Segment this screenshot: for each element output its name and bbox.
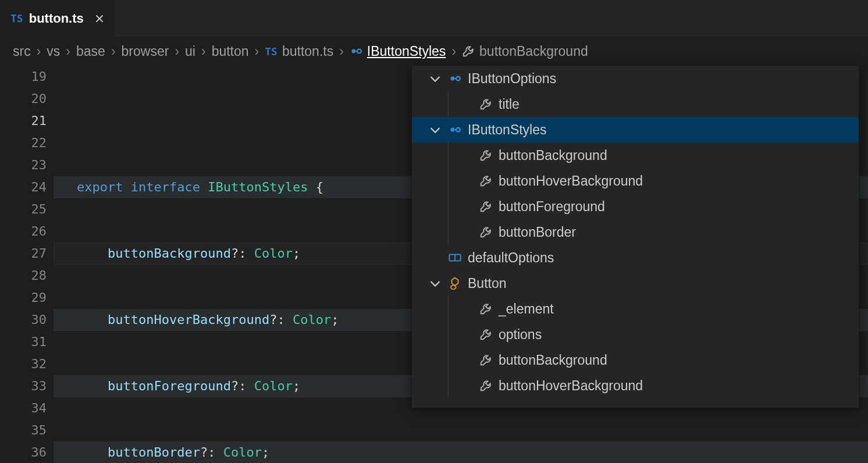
outline-item[interactable]: buttonHoverBackground bbox=[412, 168, 859, 194]
line-number: 24 bbox=[0, 176, 47, 198]
chevron-down-icon bbox=[428, 327, 442, 341]
wrench-icon bbox=[479, 379, 493, 392]
chevron-down-icon bbox=[428, 200, 442, 213]
chevron-right-icon: › bbox=[37, 44, 41, 59]
outline-item-label: buttonForeground bbox=[499, 199, 605, 215]
outline-item[interactable]: IButtonOptions bbox=[412, 66, 859, 91]
outline-item[interactable]: title bbox=[412, 91, 859, 117]
breadcrumb-segment[interactable]: ui bbox=[185, 44, 195, 59]
breadcrumb-symbol-label: buttonBackground bbox=[479, 44, 588, 59]
line-number: 32 bbox=[0, 353, 47, 375]
line-number: 31 bbox=[0, 331, 47, 353]
close-icon[interactable] bbox=[94, 13, 105, 24]
typescript-icon: TS bbox=[265, 45, 278, 58]
outline-item-label: buttonHoverBackground bbox=[499, 378, 643, 394]
chevron-down-icon[interactable] bbox=[428, 72, 442, 86]
breadcrumb-file-label: button.ts bbox=[282, 44, 333, 59]
chevron-right-icon: › bbox=[111, 44, 116, 59]
chevron-right-icon: › bbox=[201, 44, 206, 59]
chevron-down-icon bbox=[428, 225, 442, 239]
line-number: 22 bbox=[0, 132, 47, 154]
breadcrumb-symbol[interactable]: buttonBackground bbox=[462, 44, 588, 59]
chevron-right-icon: › bbox=[339, 44, 344, 59]
line-number: 27 bbox=[0, 243, 47, 265]
wrench-icon bbox=[479, 98, 493, 111]
breadcrumb-symbol[interactable]: IButtonStyles bbox=[350, 44, 446, 59]
interface-icon bbox=[448, 72, 462, 85]
tree-guide bbox=[448, 91, 449, 117]
wrench-icon bbox=[479, 328, 493, 341]
chevron-down-icon bbox=[428, 353, 442, 367]
wrench-icon bbox=[479, 302, 493, 315]
typescript-icon: TS bbox=[10, 12, 23, 24]
tree-guide bbox=[448, 168, 449, 194]
breadcrumb-segment[interactable]: browser bbox=[122, 44, 169, 59]
breadcrumb-segment[interactable]: vs bbox=[47, 44, 60, 59]
outline-item-label: buttonBorder bbox=[499, 225, 576, 240]
chevron-down-icon bbox=[428, 302, 442, 316]
line-number: 23 bbox=[0, 154, 47, 176]
tree-guide bbox=[448, 194, 449, 219]
interface-icon bbox=[350, 45, 362, 58]
wrench-icon bbox=[479, 226, 493, 238]
outline-item[interactable]: defaultOptions bbox=[412, 245, 859, 270]
outline-item-label: buttonHoverBackground bbox=[499, 173, 643, 189]
chevron-down-icon[interactable] bbox=[428, 123, 442, 137]
breadcrumb-segment[interactable]: button bbox=[212, 44, 249, 59]
outline-item[interactable]: IButtonStyles bbox=[412, 117, 859, 143]
outline-item-label: IButtonOptions bbox=[468, 71, 556, 87]
chevron-right-icon: › bbox=[451, 44, 456, 59]
chevron-down-icon bbox=[428, 148, 442, 162]
outline-item-label: IButtonStyles bbox=[468, 122, 547, 138]
line-number: 21 bbox=[0, 110, 47, 132]
chevron-down-icon bbox=[428, 97, 442, 111]
line-number: 25 bbox=[0, 198, 47, 220]
outline-item-label: options bbox=[499, 327, 542, 343]
line-number: 19 bbox=[0, 66, 47, 88]
chevron-right-icon: › bbox=[66, 44, 70, 59]
wrench-icon bbox=[462, 45, 475, 58]
tree-guide bbox=[448, 347, 449, 373]
breadcrumb-outline-popup[interactable]: IButtonOptionstitleIButtonStylesbuttonBa… bbox=[412, 66, 859, 408]
outline-item-label: buttonBackground bbox=[499, 148, 607, 163]
line-number: 36 bbox=[0, 441, 47, 463]
line-number: 34 bbox=[0, 397, 47, 419]
outline-item[interactable]: buttonBackground bbox=[412, 143, 859, 168]
outline-item[interactable]: buttonBorder bbox=[412, 219, 859, 245]
interface-icon bbox=[448, 123, 462, 136]
outline-item[interactable]: _element bbox=[412, 296, 859, 322]
line-number: 29 bbox=[0, 287, 47, 309]
chevron-down-icon bbox=[428, 174, 442, 188]
outline-item[interactable]: buttonForeground bbox=[412, 194, 859, 219]
tree-guide bbox=[448, 143, 449, 168]
class-icon bbox=[448, 277, 462, 290]
tab-label: button.ts bbox=[29, 11, 84, 26]
tab-bar: TS button.ts bbox=[0, 0, 868, 37]
line-number: 26 bbox=[0, 220, 47, 243]
line-number: 35 bbox=[0, 419, 47, 441]
outline-item[interactable]: options bbox=[412, 322, 859, 347]
outline-item[interactable]: Button bbox=[412, 270, 859, 296]
outline-item[interactable]: buttonBackground bbox=[412, 347, 859, 373]
wrench-icon bbox=[479, 174, 493, 187]
breadcrumb-file[interactable]: TS button.ts bbox=[265, 44, 333, 59]
line-number-gutter: 192021222324252627282930313233343536 bbox=[0, 66, 54, 463]
outline-item[interactable]: buttonHoverBackground bbox=[412, 373, 859, 398]
chevron-down-icon[interactable] bbox=[428, 276, 442, 290]
tab-active[interactable]: TS button.ts bbox=[0, 0, 116, 37]
line-number: 30 bbox=[0, 309, 47, 331]
breadcrumb-segment[interactable]: base bbox=[76, 44, 105, 59]
outline-item-label: _element bbox=[499, 301, 554, 317]
chevron-down-icon bbox=[428, 379, 442, 393]
wrench-icon bbox=[479, 149, 493, 162]
line-number: 33 bbox=[0, 375, 47, 397]
chevron-right-icon: › bbox=[255, 44, 259, 59]
constant-icon bbox=[448, 251, 462, 264]
tree-guide bbox=[448, 373, 449, 398]
outline-item-label: title bbox=[499, 97, 520, 112]
breadcrumb-symbol-label: IButtonStyles bbox=[367, 44, 446, 59]
breadcrumb-segment[interactable]: src bbox=[13, 44, 31, 59]
outline-item-label: buttonBackground bbox=[499, 352, 607, 368]
tree-guide bbox=[448, 322, 449, 347]
wrench-icon bbox=[479, 354, 493, 366]
